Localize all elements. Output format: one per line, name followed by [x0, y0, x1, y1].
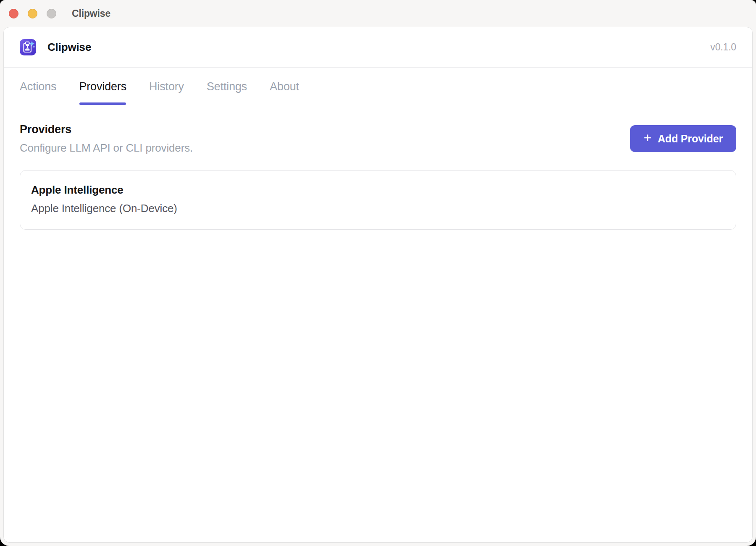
titlebar[interactable]: Clipwise: [0, 0, 756, 27]
tab-about[interactable]: About: [270, 68, 299, 106]
section-subtitle: Configure LLM API or CLI providers.: [20, 142, 193, 153]
clipboard-sparkle-icon: [20, 39, 36, 55]
providers-content: Providers Configure LLM API or CLI provi…: [4, 106, 752, 542]
window-controls: [9, 9, 56, 18]
plus-icon: +: [643, 131, 651, 144]
tab-settings[interactable]: Settings: [207, 68, 247, 106]
app-window: Clipwise: [0, 0, 756, 546]
add-provider-label: Add Provider: [658, 133, 723, 145]
app-header: Clipwise v0.1.0: [4, 27, 752, 68]
provider-card[interactable]: Apple Intelligence Apple Intelligence (O…: [20, 170, 736, 230]
zoom-button[interactable]: [47, 9, 56, 18]
app-icon: [20, 39, 36, 55]
tab-actions[interactable]: Actions: [20, 68, 56, 106]
app-name: Clipwise: [47, 41, 91, 54]
tab-providers[interactable]: Providers: [79, 68, 126, 106]
tab-bar: Actions Providers History Settings About: [4, 68, 752, 106]
section-header: Providers Configure LLM API or CLI provi…: [20, 124, 736, 153]
provider-name: Apple Intelligence: [31, 184, 725, 197]
close-button[interactable]: [9, 9, 18, 18]
section-heading-group: Providers Configure LLM API or CLI provi…: [20, 124, 193, 153]
add-provider-button[interactable]: + Add Provider: [630, 125, 736, 152]
version-label: v0.1.0: [710, 42, 736, 53]
window-title: Clipwise: [72, 8, 110, 19]
provider-description: Apple Intelligence (On-Device): [31, 202, 725, 215]
section-title: Providers: [20, 124, 193, 135]
minimize-button[interactable]: [28, 9, 37, 18]
tab-history[interactable]: History: [149, 68, 184, 106]
main-panel: Clipwise v0.1.0 Actions Providers Histor…: [3, 27, 753, 543]
